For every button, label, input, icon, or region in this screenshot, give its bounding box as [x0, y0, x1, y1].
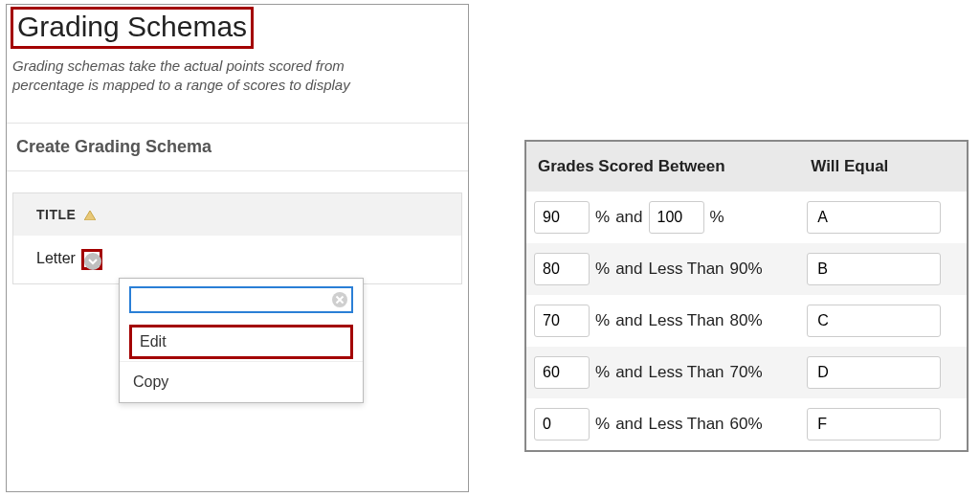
grade-mapping-table-panel: Grades Scored Between Will Equal % and %…: [524, 140, 969, 452]
high-bound-text: 60%: [730, 415, 763, 434]
grade-input[interactable]: [807, 201, 941, 234]
column-header-title[interactable]: TITLE: [13, 193, 461, 236]
high-bound-text: 90%: [730, 260, 763, 279]
table-row: % and Less Than 80%: [526, 295, 967, 347]
percent-label: %: [595, 260, 610, 279]
low-bound-input[interactable]: [534, 305, 590, 337]
low-bound-input[interactable]: [534, 253, 590, 285]
low-bound-input[interactable]: [534, 356, 590, 389]
menu-item-edit[interactable]: Edit: [129, 325, 353, 359]
low-bound-input[interactable]: [534, 201, 590, 234]
grade-input[interactable]: [807, 356, 941, 389]
percent-label: %: [595, 363, 610, 382]
sort-asc-icon: [84, 207, 96, 222]
less-than-label: Less Than: [649, 311, 724, 330]
intro-line-1: Grading schemas take the actual points s…: [12, 57, 345, 74]
table-row: % and Less Than 60%: [526, 398, 967, 450]
grade-mapping-table: Grades Scored Between Will Equal % and %…: [526, 142, 967, 450]
intro-line-2: percentage is mapped to a range of score…: [12, 77, 350, 93]
menu-search-row: [120, 279, 363, 319]
and-label: and: [615, 415, 642, 434]
schema-title: Letter: [36, 250, 76, 266]
table-row: % and Less Than 90%: [526, 243, 967, 295]
grade-input[interactable]: [807, 253, 941, 285]
create-grading-schema-button[interactable]: Create Grading Schema: [7, 123, 468, 171]
menu-search-input[interactable]: [129, 286, 353, 313]
percent-label-2: %: [710, 208, 724, 227]
table-row: % and Less Than 70%: [526, 347, 967, 398]
clear-search-icon[interactable]: [330, 290, 349, 309]
percent-label: %: [595, 311, 610, 330]
and-label: and: [615, 311, 642, 330]
menu-item-copy[interactable]: Copy: [120, 361, 363, 402]
and-label: and: [615, 363, 642, 382]
and-label: and: [615, 260, 642, 279]
high-bound-input[interactable]: [649, 201, 704, 234]
high-bound-text: 70%: [730, 363, 763, 382]
page-title: Grading Schemas: [11, 7, 254, 49]
chevron-down-icon: [84, 253, 101, 270]
low-bound-input[interactable]: [534, 408, 590, 441]
schema-row-letter: Letter Edit: [13, 236, 461, 283]
table-row: % and %: [526, 192, 967, 243]
row-options-menu: Edit Copy: [119, 278, 364, 403]
column-header-title-label: TITLE: [36, 207, 76, 222]
and-label: and: [615, 208, 642, 227]
schema-list: TITLE Letter: [12, 192, 462, 284]
high-bound-text: 80%: [730, 311, 763, 330]
col-header-between: Grades Scored Between: [526, 142, 799, 192]
grade-input[interactable]: [807, 408, 941, 441]
row-options-button[interactable]: [81, 249, 102, 270]
grade-input[interactable]: [807, 305, 941, 337]
percent-label: %: [595, 415, 610, 434]
intro-text: Grading schemas take the actual points s…: [12, 56, 462, 96]
less-than-label: Less Than: [649, 415, 724, 434]
svg-marker-0: [84, 211, 96, 220]
less-than-label: Less Than: [649, 260, 724, 279]
col-header-equal: Will Equal: [799, 142, 967, 192]
less-than-label: Less Than: [649, 363, 724, 382]
percent-label: %: [595, 208, 610, 227]
grading-schemas-panel: Grading Schemas Grading schemas take the…: [6, 4, 469, 492]
